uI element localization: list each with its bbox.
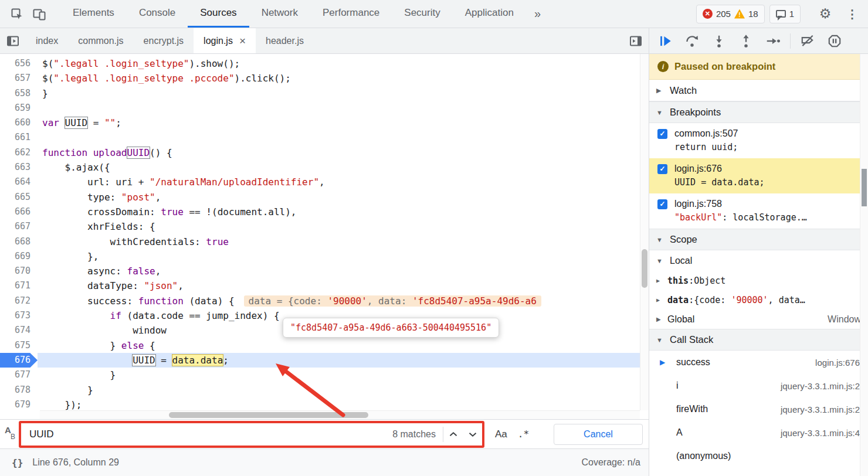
code-line[interactable]: 657$(".legall .login_seltype .pccode").c… [0, 71, 649, 86]
settings-gear-icon[interactable]: ⚙ [814, 3, 836, 25]
tab-application[interactable]: Application [453, 0, 526, 28]
step-over-button[interactable] [679, 30, 706, 52]
tab-security[interactable]: Security [392, 0, 452, 28]
breakpoint-item[interactable]: ✓common.js:507return uuid; [649, 123, 868, 158]
tab-performance[interactable]: Performance [310, 0, 392, 28]
editor-vertical-scrollbar[interactable] [640, 54, 649, 410]
line-number[interactable]: 667 [0, 219, 38, 234]
device-toolbar-button[interactable] [28, 3, 50, 25]
scrollbar-thumb[interactable] [862, 169, 867, 206]
callstack-frame[interactable]: (anonymous) [649, 444, 868, 468]
file-tab-login.js[interactable]: login.js× [194, 28, 256, 53]
code-line[interactable]: 678 } [0, 383, 649, 397]
code-line[interactable]: 656$(".legall .login_seltype").show(); [0, 56, 649, 71]
scope-local-header[interactable]: ▼ Local [649, 250, 868, 271]
code-line[interactable]: 675 } else { [0, 338, 649, 353]
breakpoints-section-header[interactable]: ▼ Breakpoints [649, 101, 868, 123]
more-tabs-icon[interactable]: » [526, 0, 549, 28]
pause-on-exceptions-button[interactable] [821, 30, 848, 52]
console-messages-badge[interactable]: 1 [769, 5, 801, 23]
deactivate-breakpoints-button[interactable] [794, 30, 821, 52]
code-line[interactable]: 671 dataType: "json", [0, 278, 649, 293]
callstack-frame[interactable]: fireWithjquery-3.3.1.min.js:2 [649, 397, 868, 421]
sidebar-scrollbar[interactable] [860, 54, 868, 476]
code-line[interactable]: 663 $.ajax({ [0, 160, 649, 175]
breakpoint-checkbox[interactable]: ✓ [657, 199, 667, 209]
code-line[interactable]: 661 [0, 130, 649, 145]
show-right-panel-button[interactable] [623, 28, 649, 53]
line-number[interactable]: 665 [0, 190, 38, 205]
cancel-button[interactable]: Cancel [554, 424, 643, 445]
line-number[interactable]: 674 [0, 323, 38, 338]
resume-button[interactable] [652, 30, 679, 52]
code-line[interactable]: 660var UUID = ""; [0, 115, 649, 130]
code-line[interactable]: 665 type: "post", [0, 190, 649, 205]
file-tab-header.js[interactable]: header.js [256, 28, 314, 53]
show-navigator-button[interactable] [0, 28, 26, 53]
line-number[interactable]: 659 [0, 101, 38, 115]
chevron-right-icon[interactable]: ▶ [656, 277, 664, 284]
line-number[interactable]: 670 [0, 264, 38, 278]
breakpoint-checkbox[interactable]: ✓ [657, 164, 667, 174]
code-line[interactable]: 662function uploadUUID() { [0, 145, 649, 160]
chevron-right-icon[interactable]: ▶ [656, 297, 664, 303]
line-number[interactable]: 664 [0, 175, 38, 189]
line-number[interactable]: 657 [0, 71, 38, 86]
line-number[interactable]: 669 [0, 249, 38, 264]
breakpoint-item[interactable]: ✓login.js:758"backUrl": localStorage.… [649, 193, 868, 229]
tab-network[interactable]: Network [249, 0, 310, 28]
line-number[interactable]: 678 [0, 383, 38, 397]
line-number[interactable]: 662 [0, 145, 38, 160]
code-line[interactable]: 676 UUID = data.data; [0, 353, 649, 368]
code-line[interactable]: 666 crossDomain: true == !(document.all)… [0, 205, 649, 219]
line-number[interactable]: 671 [0, 278, 38, 293]
coverage-status[interactable]: Coverage: n/a [581, 457, 640, 468]
kebab-menu-icon[interactable]: ⋮ [841, 3, 863, 25]
line-number[interactable]: 679 [0, 397, 38, 412]
scope-section-header[interactable]: ▼ Scope [649, 229, 868, 250]
breakpoint-item[interactable]: ✓login.js:676UUID = data.data; [649, 158, 868, 193]
line-number[interactable]: 663 [0, 160, 38, 175]
scrollbar-thumb[interactable] [642, 249, 647, 288]
scope-entry[interactable]: ▶this: Object [649, 271, 868, 290]
line-number[interactable]: 660 [0, 115, 38, 130]
callstack-section-header[interactable]: ▼ Call Stack [649, 329, 868, 351]
tab-console[interactable]: Console [127, 0, 188, 28]
line-number[interactable]: 675 [0, 338, 38, 353]
console-errors-badge[interactable]: ✕ 205 ! 18 [696, 5, 765, 23]
callstack-frame[interactable]: ijquery-3.3.1.min.js:2 [649, 374, 868, 397]
match-case-button[interactable]: Aa [495, 429, 507, 440]
regex-button[interactable]: .* [518, 429, 529, 440]
inspect-element-button[interactable] [6, 3, 28, 25]
line-number[interactable]: 658 [0, 86, 38, 101]
file-tab-encrypt.js[interactable]: encrypt.js [134, 28, 194, 53]
line-number[interactable]: 666 [0, 205, 38, 219]
file-tab-common.js[interactable]: common.js [68, 28, 133, 53]
file-tab-index[interactable]: index [26, 28, 68, 53]
code-line[interactable]: 672 success: function (data) {data = {co… [0, 294, 649, 308]
step-out-button[interactable] [733, 30, 760, 52]
callstack-frame[interactable]: ▶successlogin.js:676 [649, 351, 868, 374]
callstack-frame[interactable]: Ajquery-3.3.1.min.js:4 [649, 421, 868, 444]
editor-horizontal-scrollbar[interactable] [40, 410, 640, 419]
code-line[interactable]: 664 url: uri + "/naturalMan/uploadIdenti… [0, 175, 649, 189]
code-line[interactable]: 667 xhrFields: { [0, 219, 649, 234]
pretty-print-icon[interactable]: {} [12, 457, 23, 468]
search-input[interactable] [21, 423, 385, 446]
code-editor[interactable]: 656$(".legall .login_seltype").show();65… [0, 54, 649, 419]
step-button[interactable] [760, 30, 786, 52]
breakpoint-checkbox[interactable]: ✓ [657, 129, 667, 139]
scope-global-row[interactable]: ▶ Global Window [649, 310, 868, 329]
line-number[interactable]: 677 [0, 368, 38, 382]
next-match-button[interactable] [463, 424, 482, 445]
tab-sources[interactable]: Sources [188, 0, 249, 28]
line-number[interactable]: 673 [0, 308, 38, 323]
code-line[interactable]: 669 }, [0, 249, 649, 264]
scope-entry[interactable]: ▶data: {code: '90000', data… [649, 290, 868, 310]
code-line[interactable]: 677 } [0, 368, 649, 382]
previous-match-button[interactable] [443, 424, 463, 445]
tab-elements[interactable]: Elements [60, 0, 127, 28]
step-into-button[interactable] [706, 30, 733, 52]
line-number[interactable]: 661 [0, 130, 38, 145]
line-number[interactable]: 676 [0, 353, 38, 368]
